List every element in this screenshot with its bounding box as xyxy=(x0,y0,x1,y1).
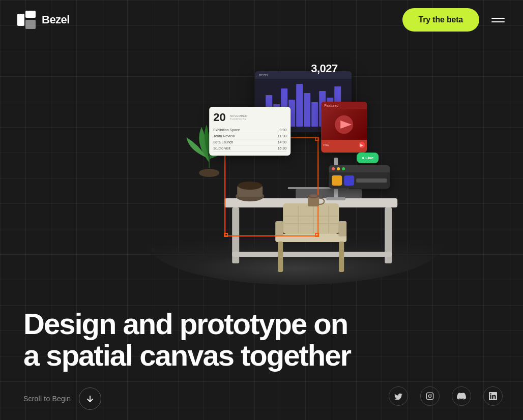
tabs-bar xyxy=(329,165,390,172)
red-card-label: Featured xyxy=(321,102,367,109)
play-icon: ▶ xyxy=(359,142,365,148)
hero-headline: Design and prototype on a spatial canvas… xyxy=(23,308,351,372)
svg-point-34 xyxy=(431,394,432,395)
stats-number: 3,027 xyxy=(311,62,338,75)
bezel-logo-icon xyxy=(16,10,37,30)
brand-name: Bezel xyxy=(42,13,70,26)
minimize-dot xyxy=(337,167,340,170)
linkedin-button[interactable] xyxy=(483,386,503,406)
discord-icon xyxy=(457,393,466,400)
hero-headline-line1: Design and prototype on xyxy=(23,307,347,340)
list-date: 20 xyxy=(213,111,225,124)
3d-scene-container: bezel 3,027 xyxy=(153,41,438,285)
hamburger-line-1 xyxy=(491,18,505,19)
discord-button[interactable] xyxy=(452,386,471,406)
maximize-dot xyxy=(342,167,345,170)
arrow-down-icon xyxy=(86,395,94,403)
try-beta-button[interactable]: Try the beta xyxy=(402,8,479,32)
instagram-button[interactable] xyxy=(420,386,440,406)
nav-right: Try the beta xyxy=(402,8,507,32)
list-card: 20 NOVEMBER THURSDAY Exhibition Space 9:… xyxy=(209,107,290,156)
hamburger-line-2 xyxy=(491,21,505,22)
svg-point-31 xyxy=(309,194,317,197)
list-sub: THURSDAY xyxy=(230,117,247,121)
coffee-mug xyxy=(305,189,325,209)
bar-7 xyxy=(304,93,310,127)
browser-tabs-card xyxy=(329,165,390,189)
list-card-header: 20 NOVEMBER THURSDAY xyxy=(213,111,286,124)
tab-icon-1 xyxy=(332,175,342,186)
hero-headline-line2: a spatial canvas together xyxy=(23,339,351,372)
scroll-label: Scroll to Begin xyxy=(23,395,71,403)
list-item-4: Studio visit 16:30 xyxy=(213,145,286,152)
red-card-image xyxy=(321,109,367,140)
hamburger-menu-button[interactable] xyxy=(489,16,507,24)
logo-area: Bezel xyxy=(16,10,70,30)
hero-section: bezel 3,027 xyxy=(0,0,523,420)
scroll-down-button[interactable] xyxy=(79,387,101,410)
svg-rect-0 xyxy=(17,14,24,26)
bar-6 xyxy=(296,84,303,127)
tabs-content xyxy=(329,172,390,189)
linkedin-icon xyxy=(489,392,497,400)
social-icons-bar xyxy=(389,386,503,406)
tab-url-bar xyxy=(356,178,387,183)
svg-point-33 xyxy=(428,395,431,397)
instagram-icon xyxy=(426,392,434,400)
svg-rect-32 xyxy=(426,393,433,399)
twitter-icon xyxy=(394,393,402,400)
hero-text-block: Design and prototype on a spatial canvas… xyxy=(23,308,351,372)
green-status-badge: ● Live xyxy=(357,153,379,163)
bar-8 xyxy=(311,102,318,127)
floating-ui-cards: bezel 3,027 xyxy=(153,41,438,285)
close-dot xyxy=(332,167,335,170)
scroll-indicator: Scroll to Begin xyxy=(23,387,101,410)
red-media-card: Featured Play ▶ xyxy=(321,102,367,153)
navbar: Bezel Try the beta xyxy=(0,0,523,40)
svg-rect-1 xyxy=(25,11,36,18)
list-item-1: Exhibition Space 9:00 xyxy=(213,127,286,133)
red-card-footer: Play ▶ xyxy=(321,140,367,150)
svg-rect-2 xyxy=(25,20,36,29)
list-item-3: Beta Launch 14:00 xyxy=(213,139,286,145)
twitter-button[interactable] xyxy=(389,386,408,406)
tab-icon-2 xyxy=(344,175,354,186)
list-item-2: Team Review 11:30 xyxy=(213,133,286,139)
